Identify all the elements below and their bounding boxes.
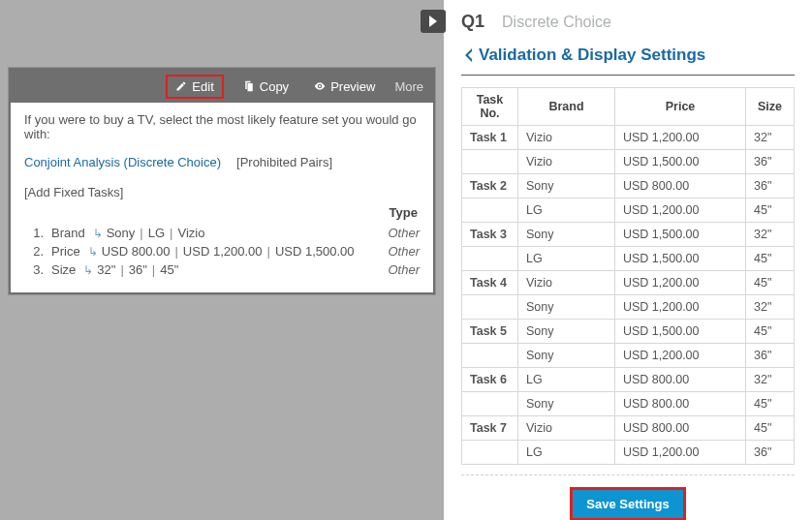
table-row: LGUSD 1,200.0045" — [462, 199, 795, 223]
analysis-type-link[interactable]: Conjoint Analysis (Discrete Choice) — [24, 155, 221, 169]
card-toolbar: Edit Copy Preview More — [11, 70, 433, 103]
attr-level: USD 1,500.00 — [275, 244, 355, 259]
col-price: Price — [615, 88, 746, 126]
cell-brand: LG — [518, 199, 615, 223]
attr-name: Price — [51, 244, 80, 259]
cell-price: USD 1,500.00 — [615, 320, 746, 344]
add-fixed-tasks-link[interactable]: [Add Fixed Tasks] — [24, 185, 123, 199]
task-label-empty — [462, 247, 518, 271]
cell-size: 36" — [746, 150, 795, 174]
question-header: Q1 Discrete Choice — [461, 12, 795, 32]
cell-size: 45" — [746, 416, 795, 441]
table-row: VizioUSD 1,500.0036" — [462, 150, 795, 174]
attr-level: LG — [148, 226, 165, 240]
type-column-header: Type — [24, 205, 420, 220]
cell-size: 36" — [746, 344, 795, 368]
cell-brand: Sony — [518, 320, 615, 344]
table-row: Task 6LGUSD 800.0032" — [462, 368, 795, 392]
task-label: Task 5 — [462, 320, 518, 344]
divider — [461, 75, 795, 76]
task-label-empty — [462, 441, 518, 465]
attr-level: 32" — [97, 262, 115, 277]
question-type: Discrete Choice — [502, 14, 611, 31]
arrow-icon: ↳ — [83, 263, 93, 277]
cell-brand: Vizio — [518, 271, 615, 295]
cell-brand: Sony — [518, 392, 615, 416]
dotted-divider — [461, 474, 795, 475]
table-row: Task 2SonyUSD 800.0036" — [462, 174, 795, 199]
cell-brand: Sony — [518, 174, 615, 199]
save-settings-button[interactable]: Save Settings — [570, 487, 685, 520]
attr-name: Size — [51, 262, 76, 277]
cell-size: 32" — [746, 295, 795, 320]
cell-brand: Sony — [518, 344, 615, 368]
cell-price: USD 1,200.00 — [615, 441, 746, 465]
back-label: Validation & Display Settings — [479, 46, 705, 65]
table-row: Task 7VizioUSD 800.0045" — [462, 416, 795, 441]
attr-level: 45" — [160, 262, 178, 277]
col-brand: Brand — [518, 88, 615, 126]
attr-levels: 32"|36"|45" — [97, 262, 380, 277]
attr-level: USD 800.00 — [102, 244, 171, 259]
task-label-empty — [462, 392, 518, 416]
question-prompt: If you were to buy a TV, select the most… — [24, 112, 420, 141]
copy-button[interactable]: Copy — [237, 76, 295, 97]
attr-number: 2. — [24, 244, 44, 259]
cell-price: USD 1,200.00 — [615, 126, 746, 150]
attr-levels: Sony|LG|Vizio — [107, 226, 381, 240]
left-pane: Edit Copy Preview More If you were to bu… — [0, 0, 444, 520]
svg-marker-0 — [429, 15, 437, 27]
table-row: Task 5SonyUSD 1,500.0045" — [462, 320, 795, 344]
copy-label: Copy — [260, 79, 289, 94]
cell-brand: Vizio — [518, 416, 615, 441]
cell-size: 45" — [746, 392, 795, 416]
task-label: Task 1 — [462, 126, 518, 150]
copy-icon — [243, 80, 255, 92]
task-label: Task 6 — [462, 368, 518, 392]
cell-size: 45" — [746, 271, 795, 295]
back-link[interactable]: Validation & Display Settings — [461, 46, 795, 65]
attr-number: 3. — [24, 262, 44, 277]
svg-marker-1 — [465, 48, 472, 62]
table-row: SonyUSD 1,200.0032" — [462, 295, 795, 320]
arrow-icon: ↳ — [88, 245, 98, 259]
attr-level: Vizio — [177, 226, 204, 240]
cell-size: 45" — [746, 320, 795, 344]
attribute-list: 1.Brand↳Sony|LG|VizioOther2.Price↳USD 80… — [24, 224, 420, 279]
validation-table: Task No. Brand Price Size Task 1VizioUSD… — [461, 87, 795, 465]
cell-size: 32" — [746, 368, 795, 392]
collapse-toggle[interactable] — [421, 10, 446, 33]
preview-label: Preview — [330, 79, 375, 94]
cell-price: USD 1,500.00 — [615, 223, 746, 247]
table-row: Task 1VizioUSD 1,200.0032" — [462, 126, 795, 150]
cell-size: 45" — [746, 247, 795, 271]
attr-levels: USD 800.00|USD 1,200.00|USD 1,500.00 — [102, 244, 381, 259]
attribute-row: 1.Brand↳Sony|LG|VizioOther — [24, 224, 420, 242]
attribute-row: 2.Price↳USD 800.00|USD 1,200.00|USD 1,50… — [24, 242, 420, 260]
prohibited-pairs-link[interactable]: [Prohibited Pairs] — [236, 155, 332, 169]
attribute-row: 3.Size↳32"|36"|45"Other — [24, 260, 420, 279]
cell-price: USD 1,200.00 — [615, 295, 746, 320]
task-label-empty — [462, 295, 518, 320]
attr-type: Other — [380, 244, 420, 259]
attr-type: Other — [380, 226, 420, 240]
more-button[interactable]: More — [394, 79, 423, 94]
cell-price: USD 1,200.00 — [615, 199, 746, 223]
col-size: Size — [746, 88, 795, 126]
attr-level: USD 1,200.00 — [183, 244, 263, 259]
question-number: Q1 — [461, 12, 484, 32]
cell-price: USD 1,500.00 — [615, 150, 746, 174]
task-label: Task 3 — [462, 223, 518, 247]
cell-size: 32" — [746, 126, 795, 150]
attr-level: Sony — [107, 226, 136, 240]
table-row: SonyUSD 800.0045" — [462, 392, 795, 416]
cell-size: 32" — [746, 223, 795, 247]
attr-number: 1. — [24, 226, 44, 240]
cell-brand: Sony — [518, 223, 615, 247]
cell-size: 36" — [746, 174, 795, 199]
preview-button[interactable]: Preview — [308, 76, 381, 97]
task-label-empty — [462, 199, 518, 223]
edit-label: Edit — [192, 79, 213, 94]
edit-button[interactable]: Edit — [166, 75, 223, 99]
cell-price: USD 1,500.00 — [615, 247, 746, 271]
